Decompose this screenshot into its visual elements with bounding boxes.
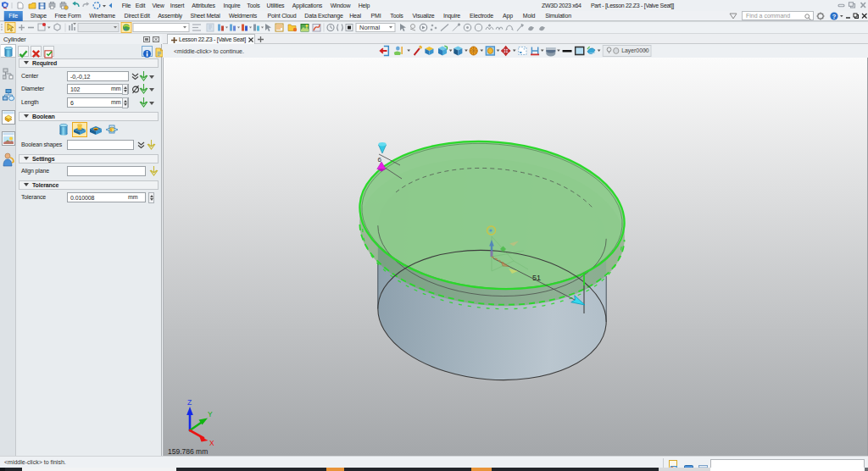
svg-text:159.786 mm: 159.786 mm <box>168 447 208 456</box>
svg-text:51: 51 <box>532 274 541 282</box>
svg-text:Layer0000: Layer0000 <box>621 47 648 54</box>
svg-text:Z: Z <box>187 398 192 407</box>
svg-text:6: 6 <box>378 156 382 163</box>
svg-text:Normal: Normal <box>359 24 381 31</box>
svg-text:Y: Y <box>208 410 213 418</box>
svg-text:X: X <box>209 439 214 447</box>
